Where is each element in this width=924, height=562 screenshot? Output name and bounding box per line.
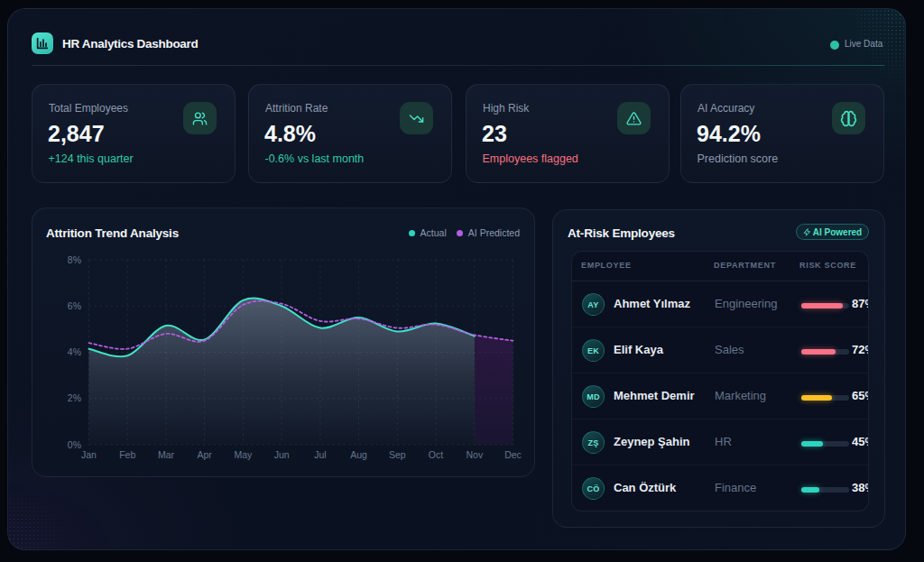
svg-text:Jan: Jan xyxy=(81,449,97,460)
svg-text:Nov: Nov xyxy=(466,449,483,460)
svg-text:Sep: Sep xyxy=(389,449,406,460)
svg-text:Aug: Aug xyxy=(350,449,367,460)
svg-text:2%: 2% xyxy=(68,392,81,403)
svg-text:Jul: Jul xyxy=(314,449,326,460)
svg-text:0%: 0% xyxy=(68,439,81,450)
svg-text:Apr: Apr xyxy=(198,449,213,460)
svg-text:May: May xyxy=(234,449,253,460)
svg-text:8%: 8% xyxy=(68,254,81,265)
svg-text:Oct: Oct xyxy=(429,449,443,460)
svg-text:Jun: Jun xyxy=(274,449,290,460)
svg-text:Mar: Mar xyxy=(158,449,175,460)
svg-text:Feb: Feb xyxy=(119,449,135,460)
svg-text:Dec: Dec xyxy=(504,449,522,460)
svg-text:6%: 6% xyxy=(68,300,81,311)
svg-text:4%: 4% xyxy=(68,346,81,357)
